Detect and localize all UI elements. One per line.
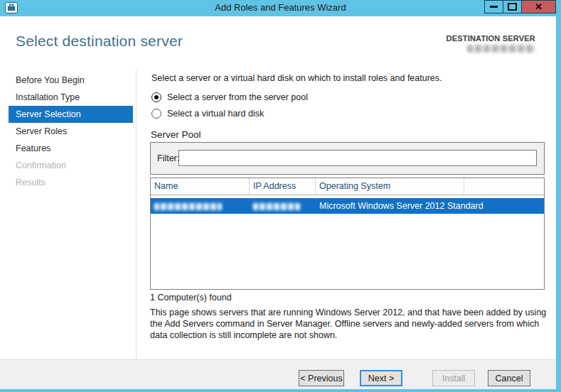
instruction-text: Select a server or a virtual hard disk o… — [151, 73, 442, 83]
close-icon: ✕ — [535, 2, 543, 11]
sidebar-item-server-selection[interactable]: Server Selection — [9, 106, 133, 123]
wizard-steps-sidebar: Before You Begin Installation Type Serve… — [9, 72, 133, 191]
window-title: Add Roles and Features Wizard — [0, 2, 561, 13]
radio-button-icon — [151, 92, 161, 102]
close-button[interactable]: ✕ — [521, 0, 556, 13]
sidebar-item-features[interactable]: Features — [9, 140, 133, 157]
column-header-empty — [464, 178, 544, 195]
radio-label: Select a server from the server pool — [167, 92, 308, 102]
radio-label: Select a virtual hard disk — [167, 109, 264, 119]
sidebar-separator — [136, 70, 137, 359]
window-bottom-border — [0, 389, 561, 392]
radio-select-virtual-hard-disk[interactable]: Select a virtual hard disk — [151, 109, 264, 119]
wizard-window: Add Roles and Features Wizard ✕ Select d… — [0, 0, 561, 392]
install-button: Install — [432, 370, 475, 386]
cell-ip-address-redacted — [250, 201, 316, 211]
destination-server-block: DESTINATION SERVER — [447, 34, 535, 55]
filter-panel: Filter: — [150, 142, 545, 175]
table-row[interactable]: Microsoft Windows Server 2012 Standard — [151, 198, 544, 214]
titlebar: Add Roles and Features Wizard ✕ — [0, 0, 561, 16]
page-title: Select destination server — [16, 33, 183, 50]
page-description: This page shows servers that are running… — [150, 307, 550, 341]
window-right-border — [556, 0, 561, 392]
cell-operating-system: Microsoft Windows Server 2012 Standard — [316, 201, 464, 211]
sidebar-item-label: Server Selection — [16, 109, 81, 119]
previous-button[interactable]: < Previous — [299, 370, 344, 386]
column-header-name[interactable]: Name — [151, 178, 250, 195]
cancel-button[interactable]: Cancel — [488, 370, 530, 386]
table-header: Name IP Address Operating System — [151, 178, 544, 195]
column-header-operating-system[interactable]: Operating System — [316, 178, 464, 195]
filter-label: Filter: — [157, 153, 179, 163]
destination-server-label: DESTINATION SERVER — [447, 34, 535, 43]
sidebar-item-before-you-begin[interactable]: Before You Begin — [9, 72, 133, 89]
maximize-button[interactable] — [503, 0, 522, 13]
sidebar-item-confirmation: Confirmation — [9, 157, 133, 174]
sidebar-item-label: Confirmation — [16, 160, 66, 170]
destination-server-value-redacted — [467, 45, 535, 53]
sidebar-item-installation-type[interactable]: Installation Type — [9, 89, 133, 106]
sidebar-item-label: Before You Begin — [16, 75, 85, 85]
computers-found-text: 1 Computer(s) found — [150, 293, 232, 303]
radio-select-server-from-pool[interactable]: Select a server from the server pool — [151, 92, 308, 102]
minimize-button[interactable] — [484, 0, 503, 13]
next-button[interactable]: Next > — [360, 370, 402, 386]
server-pool-title: Server Pool — [151, 129, 201, 140]
maximize-icon — [508, 3, 517, 11]
sidebar-item-results: Results — [9, 174, 133, 191]
radio-button-icon — [151, 109, 161, 119]
sidebar-item-label: Features — [16, 143, 50, 153]
sidebar-item-label: Results — [16, 178, 46, 187]
column-header-ip-address[interactable]: IP Address — [250, 178, 316, 195]
server-pool-table: Name IP Address Operating System Microso… — [150, 178, 545, 290]
filter-input[interactable] — [178, 150, 537, 166]
cell-server-name-redacted — [151, 201, 250, 211]
footer-bar: < Previous Next > Install Cancel — [0, 359, 561, 389]
sidebar-item-label: Server Roles — [16, 126, 67, 136]
minimize-icon — [490, 6, 498, 8]
sidebar-item-label: Installation Type — [16, 92, 80, 102]
sidebar-item-server-roles[interactable]: Server Roles — [9, 123, 133, 140]
